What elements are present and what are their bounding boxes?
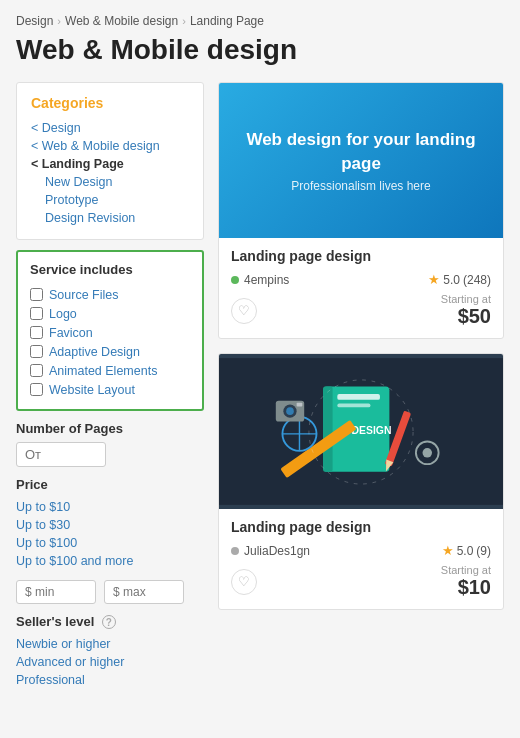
product-image-subtitle: Professionalism lives here	[239, 179, 483, 193]
price-list: Up to $10 Up to $30 Up to $100 Up to $10…	[16, 498, 204, 570]
category-prototype[interactable]: Prototype	[31, 191, 189, 209]
service-includes-section: Service includes Source Files Logo Favic…	[16, 250, 204, 411]
category-new-design[interactable]: New Design	[31, 173, 189, 191]
price-value-1: $50	[441, 305, 491, 328]
list-item[interactable]: Up to $10	[16, 498, 204, 516]
category-list: < Design < Web & Mobile design < Landing…	[31, 119, 189, 227]
rating-value-2: 5.0	[457, 544, 474, 558]
product-image-1: Web design for your landing page Profess…	[219, 83, 503, 238]
list-item[interactable]: Up to $100 and more	[16, 552, 204, 570]
breadcrumb: Design › Web & Mobile design › Landing P…	[16, 14, 504, 28]
svg-rect-3	[337, 394, 380, 400]
star-icon-2: ★	[442, 543, 454, 558]
list-item: Animated Elements	[30, 361, 190, 380]
product-body-2: Landing page design JuliaDes1gn ★ 5.0 (9…	[219, 509, 503, 609]
list-item[interactable]: Professional	[16, 671, 204, 689]
website-layout-checkbox[interactable]	[30, 383, 43, 396]
breadcrumb-web-mobile[interactable]: Web & Mobile design	[65, 14, 178, 28]
favorite-button-2[interactable]: ♡	[231, 569, 257, 595]
design-illustration: DESIGN	[219, 354, 503, 509]
favicon-label[interactable]: Favicon	[49, 326, 93, 340]
list-item[interactable]: Up to $100	[16, 534, 204, 552]
seller-level-tooltip-icon[interactable]: ?	[102, 615, 116, 629]
seller-name-2: JuliaDes1gn	[244, 544, 310, 558]
number-of-pages-label: Number of Pages	[16, 421, 204, 436]
product-card-1: Web design for your landing page Profess…	[218, 82, 504, 339]
seller-info-1: 4empins	[231, 273, 289, 287]
adaptive-design-checkbox[interactable]	[30, 345, 43, 358]
product-image-2: DESIGN	[219, 354, 503, 509]
star-icon-1: ★	[428, 272, 440, 287]
svg-point-13	[423, 448, 432, 457]
list-item: Adaptive Design	[30, 342, 190, 361]
website-layout-label[interactable]: Website Layout	[49, 383, 135, 397]
adaptive-design-label[interactable]: Adaptive Design	[49, 345, 140, 359]
categories-title: Categories	[31, 95, 189, 111]
online-status-dot-1	[231, 276, 239, 284]
category-design[interactable]: < Design	[31, 119, 189, 137]
logo-checkbox[interactable]	[30, 307, 43, 320]
product-meta-1: 4empins ★ 5.0 (248)	[231, 272, 491, 287]
sidebar: Categories < Design < Web & Mobile desig…	[16, 82, 204, 689]
category-landing-page[interactable]: < Landing Page	[31, 155, 189, 173]
rating-value-1: 5.0	[443, 273, 460, 287]
number-of-pages-section: Number of Pages	[16, 421, 204, 477]
product-title-2: Landing page design	[231, 519, 491, 535]
page-title: Web & Mobile design	[16, 34, 504, 66]
list-item: Favicon	[30, 323, 190, 342]
list-item: Source Files	[30, 285, 190, 304]
category-web-mobile[interactable]: < Web & Mobile design	[31, 137, 189, 155]
price-max-input[interactable]	[104, 580, 184, 604]
products-panel: Web design for your landing page Profess…	[218, 82, 504, 624]
source-files-checkbox[interactable]	[30, 288, 43, 301]
service-includes-list: Source Files Logo Favicon Adaptive Desig…	[30, 285, 190, 399]
price-section-2: ♡ Starting at $10	[231, 564, 491, 599]
svg-rect-2	[323, 387, 332, 472]
animated-elements-checkbox[interactable]	[30, 364, 43, 377]
svg-rect-17	[297, 403, 303, 407]
svg-rect-4	[337, 404, 370, 408]
starting-at-label-1: Starting at	[441, 293, 491, 305]
product-title-1: Landing page design	[231, 248, 491, 264]
list-item: Logo	[30, 304, 190, 323]
starting-at-label-2: Starting at	[441, 564, 491, 576]
breadcrumb-sep-1: ›	[57, 15, 61, 27]
list-item: Website Layout	[30, 380, 190, 399]
product-image-content: Web design for your landing page Profess…	[239, 128, 483, 194]
service-includes-title: Service includes	[30, 262, 190, 277]
seller-name-1: 4empins	[244, 273, 289, 287]
seller-info-2: JuliaDes1gn	[231, 544, 310, 558]
categories-section: Categories < Design < Web & Mobile desig…	[16, 82, 204, 240]
breadcrumb-design[interactable]: Design	[16, 14, 53, 28]
list-item[interactable]: Newbie or higher	[16, 635, 204, 653]
favorite-button-1[interactable]: ♡	[231, 298, 257, 324]
reviews-count-1: (248)	[463, 273, 491, 287]
price-section-1: ♡ Starting at $50	[231, 293, 491, 328]
favicon-checkbox[interactable]	[30, 326, 43, 339]
product-body-1: Landing page design 4empins ★ 5.0 (248)	[219, 238, 503, 338]
price-block-1: Starting at $50	[441, 293, 491, 328]
list-item[interactable]: Advanced or higher	[16, 653, 204, 671]
breadcrumb-landing[interactable]: Landing Page	[190, 14, 264, 28]
source-files-label[interactable]: Source Files	[49, 288, 118, 302]
logo-label[interactable]: Logo	[49, 307, 77, 321]
price-value-2: $10	[441, 576, 491, 599]
price-label: Price	[16, 477, 204, 492]
breadcrumb-sep-2: ›	[182, 15, 186, 27]
offline-status-dot-2	[231, 547, 239, 555]
svg-point-16	[286, 407, 294, 415]
product-image-title: Web design for your landing page	[239, 128, 483, 176]
list-item[interactable]: Up to $30	[16, 516, 204, 534]
number-of-pages-input[interactable]	[16, 442, 106, 467]
price-min-input[interactable]	[16, 580, 96, 604]
price-block-2: Starting at $10	[441, 564, 491, 599]
category-design-revision[interactable]: Design Revision	[31, 209, 189, 227]
product-card-2: DESIGN	[218, 353, 504, 610]
seller-level-label: Seller's level ?	[16, 614, 204, 629]
seller-level-section: Seller's level ? Newbie or higher Advanc…	[16, 614, 204, 689]
price-range	[16, 580, 204, 604]
seller-level-list: Newbie or higher Advanced or higher Prof…	[16, 635, 204, 689]
animated-elements-label[interactable]: Animated Elements	[49, 364, 157, 378]
reviews-count-2: (9)	[476, 544, 491, 558]
product-meta-2: JuliaDes1gn ★ 5.0 (9)	[231, 543, 491, 558]
